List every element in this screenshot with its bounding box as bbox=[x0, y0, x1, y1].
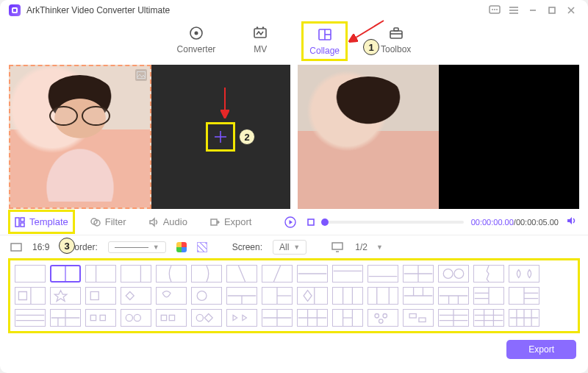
monitor-icon bbox=[331, 242, 343, 252]
tab-template[interactable]: Template bbox=[10, 212, 73, 232]
template-item[interactable] bbox=[191, 265, 222, 283]
svg-point-94 bbox=[375, 314, 379, 319]
template-grid bbox=[10, 260, 578, 331]
svg-rect-79 bbox=[90, 315, 96, 320]
border-pattern-picker[interactable] bbox=[197, 242, 207, 252]
play-button[interactable] bbox=[284, 216, 297, 229]
template-item[interactable] bbox=[121, 287, 151, 305]
tab-export[interactable]: Export bbox=[205, 212, 257, 232]
template-item[interactable] bbox=[226, 265, 257, 283]
template-item[interactable] bbox=[262, 265, 293, 283]
mv-icon bbox=[252, 25, 268, 41]
template-item[interactable] bbox=[226, 287, 257, 305]
svg-point-14 bbox=[257, 26, 258, 28]
template-item[interactable] bbox=[332, 265, 363, 283]
template-item[interactable] bbox=[403, 309, 434, 327]
stop-button[interactable] bbox=[304, 216, 318, 229]
svg-line-22 bbox=[350, 21, 384, 41]
template-item[interactable] bbox=[403, 287, 434, 305]
playback-slider[interactable] bbox=[325, 221, 463, 224]
tab-label: Filter bbox=[105, 216, 126, 227]
tab-audio[interactable]: Audio bbox=[144, 212, 192, 232]
svg-point-15 bbox=[262, 26, 264, 28]
output-preview bbox=[298, 65, 579, 209]
svg-rect-97 bbox=[409, 314, 416, 319]
collage-cell-2[interactable] bbox=[151, 65, 291, 209]
template-item[interactable] bbox=[297, 265, 328, 283]
template-item[interactable] bbox=[50, 309, 81, 327]
border-color-picker[interactable] bbox=[176, 242, 187, 252]
template-item[interactable] bbox=[473, 309, 504, 327]
template-item[interactable] bbox=[509, 309, 539, 327]
template-item[interactable] bbox=[15, 309, 46, 327]
svg-point-95 bbox=[383, 314, 387, 319]
image-type-icon bbox=[135, 69, 147, 81]
svg-rect-23 bbox=[137, 72, 145, 79]
template-item[interactable] bbox=[473, 287, 504, 305]
template-item[interactable] bbox=[121, 265, 151, 283]
svg-rect-27 bbox=[15, 218, 19, 227]
template-item[interactable] bbox=[368, 265, 398, 283]
tab-filter[interactable]: Filter bbox=[86, 212, 131, 232]
volume-icon[interactable] bbox=[566, 216, 578, 228]
template-item[interactable] bbox=[262, 309, 293, 327]
nav-collage[interactable]: Collage bbox=[305, 25, 344, 57]
template-item[interactable] bbox=[403, 265, 434, 283]
maximize-button[interactable] bbox=[544, 2, 560, 18]
collage-editor[interactable] bbox=[9, 65, 290, 209]
template-item[interactable] bbox=[156, 287, 187, 305]
template-item[interactable] bbox=[438, 287, 469, 305]
svg-point-1 bbox=[492, 9, 493, 10]
add-media-button[interactable] bbox=[208, 124, 233, 149]
template-item[interactable] bbox=[438, 309, 469, 327]
template-item[interactable] bbox=[226, 309, 257, 327]
ratio-icon[interactable] bbox=[10, 242, 22, 252]
template-item[interactable] bbox=[297, 309, 328, 327]
export-button[interactable]: Export bbox=[506, 340, 576, 359]
feedback-icon[interactable] bbox=[487, 2, 503, 18]
template-item[interactable] bbox=[85, 265, 116, 283]
collage-icon bbox=[317, 26, 333, 43]
template-item[interactable] bbox=[262, 287, 293, 305]
split-select[interactable]: 1/2▼ bbox=[354, 241, 384, 254]
template-item[interactable] bbox=[50, 287, 81, 305]
svg-rect-36 bbox=[332, 243, 343, 249]
template-item[interactable] bbox=[332, 309, 363, 327]
template-item[interactable] bbox=[332, 287, 363, 305]
template-item[interactable] bbox=[368, 309, 398, 327]
audio-icon bbox=[148, 217, 159, 227]
app-title: ArkThinker Video Converter Ultimate bbox=[26, 5, 170, 15]
template-item[interactable] bbox=[156, 265, 187, 283]
screen-select[interactable]: All▼ bbox=[273, 240, 306, 255]
svg-rect-29 bbox=[21, 223, 24, 227]
border-style-select[interactable]: ▼ bbox=[108, 241, 166, 253]
template-item[interactable] bbox=[15, 287, 46, 305]
nav-converter[interactable]: Converter bbox=[177, 25, 216, 57]
template-item[interactable] bbox=[438, 265, 469, 283]
toolbox-icon bbox=[388, 25, 404, 41]
template-item[interactable] bbox=[297, 287, 328, 305]
svg-rect-34 bbox=[308, 219, 314, 225]
export-icon bbox=[209, 217, 220, 227]
playback-knob[interactable] bbox=[321, 219, 329, 226]
collage-cell-1[interactable] bbox=[9, 65, 151, 209]
nav-toolbox[interactable]: Toolbox bbox=[381, 25, 411, 57]
template-item[interactable] bbox=[121, 309, 151, 327]
template-item[interactable] bbox=[85, 309, 116, 327]
template-item[interactable] bbox=[473, 265, 504, 283]
template-item[interactable] bbox=[509, 287, 539, 305]
nav-mv[interactable]: MV bbox=[252, 25, 268, 57]
template-item[interactable] bbox=[85, 287, 116, 305]
minimize-button[interactable] bbox=[525, 2, 541, 18]
svg-point-82 bbox=[134, 314, 140, 321]
template-item[interactable] bbox=[191, 309, 222, 327]
close-button[interactable] bbox=[563, 2, 579, 18]
menu-icon[interactable] bbox=[506, 2, 522, 18]
template-item[interactable] bbox=[368, 287, 398, 305]
template-item[interactable] bbox=[50, 265, 81, 283]
template-item[interactable] bbox=[191, 287, 222, 305]
template-item[interactable] bbox=[156, 309, 187, 327]
svg-rect-20 bbox=[394, 28, 398, 31]
template-item[interactable] bbox=[15, 265, 46, 283]
template-item[interactable] bbox=[509, 265, 539, 283]
